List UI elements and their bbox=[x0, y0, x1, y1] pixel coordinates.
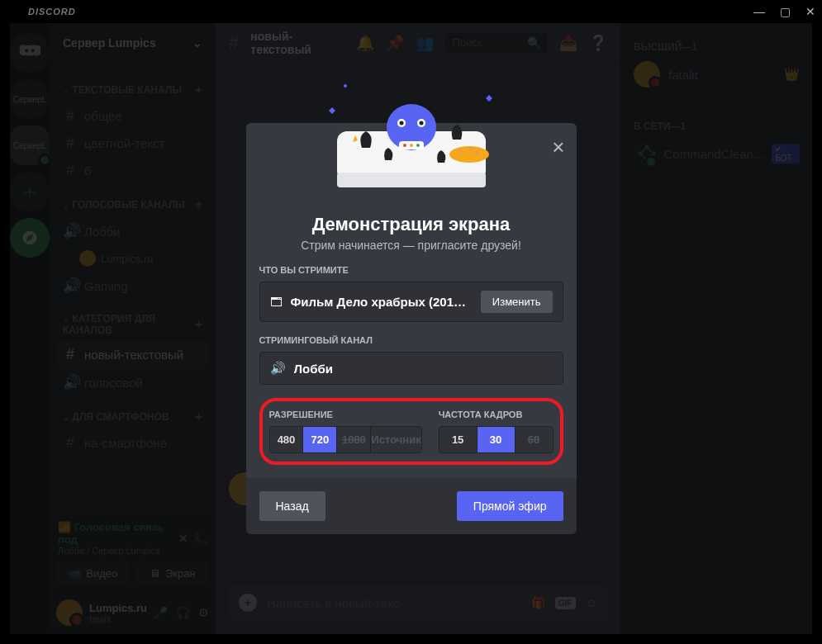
resolution-segmented: 480 720 1080 Источник bbox=[269, 426, 422, 453]
modal-illustration bbox=[246, 123, 577, 239]
close-icon[interactable]: ✕ bbox=[805, 5, 815, 18]
fps-label: ЧАСТОТА КАДРОВ bbox=[439, 410, 554, 419]
svg-point-18 bbox=[475, 150, 480, 155]
maximize-icon[interactable]: ▢ bbox=[780, 5, 791, 18]
stream-channel-field[interactable]: 🔊 Лобби bbox=[259, 352, 563, 385]
modal-backdrop[interactable]: × bbox=[10, 23, 812, 634]
fps-15[interactable]: 15 bbox=[440, 427, 478, 452]
section-label: СТРИМИНГОВЫЙ КАНАЛ bbox=[246, 335, 577, 352]
resolution-source[interactable]: Источник bbox=[371, 427, 421, 452]
modal-subtitle: Стрим начинается — пригласите друзей! bbox=[246, 235, 577, 265]
resolution-1080[interactable]: 1080 bbox=[337, 427, 371, 452]
fps-segmented: 15 30 60 bbox=[439, 426, 554, 453]
resolution-720[interactable]: 720 bbox=[303, 427, 337, 452]
back-button[interactable]: Назад bbox=[259, 491, 325, 521]
titlebar: DISCORD — ▢ ✕ bbox=[0, 0, 822, 23]
stream-source-value: Фильм Дело храбрых (2017) ... bbox=[291, 295, 473, 309]
resolution-label: РАЗРЕШЕНИЕ bbox=[269, 410, 422, 419]
window-icon: 🗔 bbox=[270, 295, 283, 309]
svg-point-16 bbox=[459, 149, 463, 154]
svg-point-10 bbox=[419, 121, 423, 125]
svg-point-14 bbox=[416, 144, 420, 147]
stream-source-field: 🗔 Фильм Дело храбрых (2017) ... Изменить bbox=[259, 282, 563, 322]
go-live-button[interactable]: Прямой эфир bbox=[457, 491, 563, 521]
speaker-icon: 🔊 bbox=[270, 361, 286, 376]
section-label: ЧТО ВЫ СТРИМИТЕ bbox=[246, 265, 577, 282]
svg-point-17 bbox=[468, 147, 473, 152]
app-logo: DISCORD bbox=[7, 7, 76, 17]
fps-60[interactable]: 60 bbox=[516, 427, 553, 452]
svg-point-19 bbox=[344, 84, 347, 88]
fps-30[interactable]: 30 bbox=[478, 427, 516, 452]
resolution-480[interactable]: 480 bbox=[270, 427, 304, 452]
svg-point-8 bbox=[399, 121, 403, 125]
go-live-modal: × bbox=[246, 123, 577, 534]
stream-channel-value: Лобби bbox=[294, 362, 553, 376]
svg-point-12 bbox=[403, 144, 406, 147]
svg-point-13 bbox=[410, 144, 413, 147]
minimize-icon[interactable]: — bbox=[753, 5, 765, 18]
svg-rect-5 bbox=[337, 173, 486, 187]
highlight-quality-area: РАЗРЕШЕНИЕ 480 720 1080 Источник ЧАСТОТА… bbox=[259, 398, 563, 465]
change-button[interactable]: Изменить bbox=[481, 291, 553, 313]
